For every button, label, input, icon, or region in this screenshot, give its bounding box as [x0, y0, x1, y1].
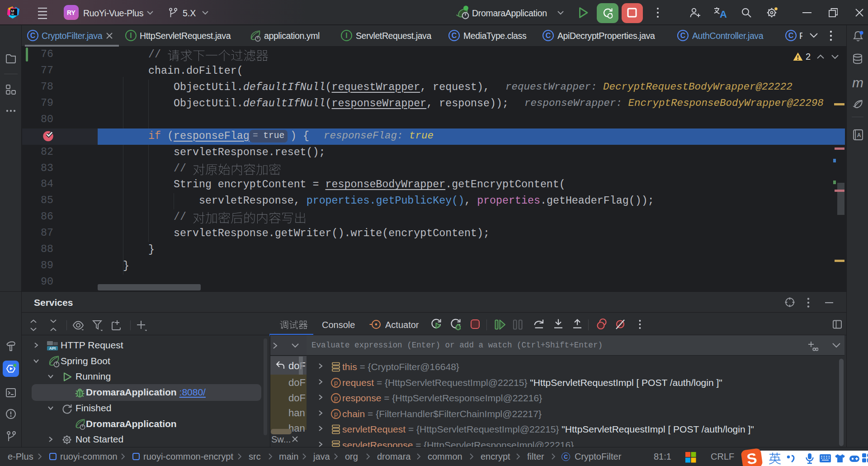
svg-text:p: p: [334, 411, 338, 418]
svg-text:p: p: [334, 395, 338, 403]
svg-text:API: API: [49, 346, 56, 351]
svg-text:A: A: [857, 132, 861, 138]
svg-text:p: p: [334, 380, 338, 387]
svg-text:IJ: IJ: [11, 9, 14, 13]
